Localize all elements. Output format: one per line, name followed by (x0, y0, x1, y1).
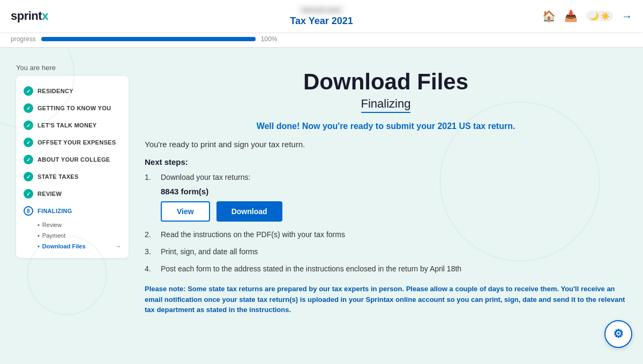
congrats-text: Well done! Now you're ready to submit yo… (145, 122, 627, 131)
logo: sprintx (11, 9, 48, 23)
steps-list: 1. Download your tax returns: 8843 form(… (145, 173, 627, 273)
header-icons: 🏠 📥 🌙 ☀️ → (542, 10, 632, 22)
step-1: 1. Download your tax returns: 8843 form(… (145, 173, 627, 222)
header-center: blurred user Tax Year 2021 (290, 5, 353, 27)
step-1-num: 1. (145, 173, 155, 222)
sidebar-label-finalizing: FINALIZING (38, 208, 72, 214)
progress-bar-container: progress 100% (0, 32, 643, 48)
page-title: Download Files (145, 69, 627, 95)
step-4: 4. Post each form to the address stated … (145, 264, 627, 273)
sidebar-label-review: REVIEW (38, 191, 62, 197)
progress-bar-fill (41, 37, 256, 41)
sub-item-download-files[interactable]: Download Files → (38, 241, 129, 252)
check-icon-review: ✓ (24, 189, 33, 199)
sidebar-label-lets-talk-money: LET'S TALK MONEY (38, 122, 97, 128)
main-content: Download Files Finalizing Well done! Now… (145, 64, 627, 315)
step-3-num: 3. (145, 247, 155, 256)
sub-item-payment-label: Payment (42, 232, 65, 239)
main-layout: You are here ✓ RESIDENCY ✓ GETTING TO KN… (0, 48, 643, 326)
step-2-num: 2. (145, 230, 155, 239)
check-icon-getting-to-know-you: ✓ (24, 103, 33, 113)
progress-percent: 100% (261, 35, 278, 43)
moon-icon: 🌙 (589, 12, 599, 20)
progress-bar-background (41, 37, 256, 41)
sidebar-item-about-your-college[interactable]: ✓ ABOUT YOUR COLLEGE (16, 151, 129, 168)
logo-accent: x (42, 9, 48, 22)
sub-items-finalizing: Review Payment Download Files → (16, 219, 129, 252)
sidebar-label-offset-your-expenses: OFFSET YOUR EXPENSES (38, 139, 116, 146)
header: sprintx blurred user Tax Year 2021 🏠 📥 🌙… (0, 0, 643, 32)
form-buttons: View Download (161, 201, 627, 222)
sidebar-item-state-taxes[interactable]: ✓ STATE TAXES (16, 168, 129, 185)
page-subtitle-wrapper: Finalizing (145, 97, 627, 111)
step-2: 2. Read the instructions on the PDF(s) w… (145, 230, 627, 239)
step-4-content: Post each form to the address stated in … (161, 264, 627, 273)
step-1-text: Download your tax returns: (161, 173, 250, 181)
help-button[interactable]: ⚙ (604, 320, 632, 348)
circle-num-finalizing: 8 (24, 206, 33, 216)
header-user: blurred user (298, 5, 344, 14)
step-3: 3. Print, sign, and date all forms (145, 247, 627, 256)
ready-text: You're ready to print and sign your tax … (145, 140, 627, 149)
step-4-text: Post each form to the address stated in … (161, 264, 461, 273)
step-2-content: Read the instructions on the PDF(s) with… (161, 230, 627, 239)
progress-label: progress (11, 35, 36, 43)
sidebar-item-offset-your-expenses[interactable]: ✓ OFFSET YOUR EXPENSES (16, 134, 129, 151)
arrow-icon: → (115, 243, 121, 249)
check-icon-state-taxes: ✓ (24, 172, 33, 181)
note-text: Please note: Some state tax returns are … (145, 284, 627, 315)
step-4-num: 4. (145, 264, 155, 273)
step-1-content: Download your tax returns: 8843 form(s) … (161, 173, 627, 222)
page-subtitle: Finalizing (361, 97, 411, 111)
sidebar: You are here ✓ RESIDENCY ✓ GETTING TO KN… (16, 64, 129, 315)
sidebar-label-state-taxes: STATE TAXES (38, 173, 79, 180)
download-icon[interactable]: 📥 (564, 10, 578, 22)
sun-icon: ☀️ (601, 12, 610, 20)
sidebar-label-residency: RESIDENCY (38, 88, 73, 94)
sidebar-nav: ✓ RESIDENCY ✓ GETTING TO KNOW YOU ✓ LET'… (16, 76, 129, 258)
sidebar-item-review[interactable]: ✓ REVIEW (16, 185, 129, 202)
check-icon-offset-your-expenses: ✓ (24, 138, 33, 147)
sidebar-item-getting-to-know-you[interactable]: ✓ GETTING TO KNOW YOU (16, 100, 129, 117)
form-label: 8843 form(s) (161, 187, 627, 196)
download-button[interactable]: Download (216, 201, 282, 222)
sidebar-label-about-your-college: ABOUT YOUR COLLEGE (38, 156, 110, 163)
sub-item-review-label: Review (42, 222, 62, 228)
header-tax-year: Tax Year 2021 (290, 16, 353, 27)
step-2-text: Read the instructions on the PDF(s) with… (161, 230, 345, 239)
home-icon[interactable]: 🏠 (542, 10, 556, 22)
step-3-text: Print, sign, and date all forms (161, 247, 258, 256)
sidebar-item-residency[interactable]: ✓ RESIDENCY (16, 82, 129, 100)
help-icon: ⚙ (613, 327, 624, 341)
sub-item-payment[interactable]: Payment (38, 230, 129, 241)
view-button[interactable]: View (161, 201, 210, 222)
step-3-content: Print, sign, and date all forms (161, 247, 627, 256)
sidebar-item-lets-talk-money[interactable]: ✓ LET'S TALK MONEY (16, 117, 129, 134)
check-icon-about-your-college: ✓ (24, 155, 33, 164)
sub-item-download-files-label: Download Files (42, 243, 86, 249)
sidebar-item-finalizing[interactable]: 8 FINALIZING (16, 202, 129, 219)
you-are-here-label: You are here (16, 64, 129, 72)
next-steps-label: Next steps: (145, 157, 627, 166)
sub-item-review[interactable]: Review (38, 219, 129, 230)
logout-icon[interactable]: → (622, 10, 632, 22)
check-icon-lets-talk-money: ✓ (24, 120, 33, 130)
sidebar-label-getting-to-know-you: GETTING TO KNOW YOU (38, 105, 111, 111)
check-icon-residency: ✓ (24, 86, 33, 96)
theme-toggle[interactable]: 🌙 ☀️ (586, 11, 613, 21)
